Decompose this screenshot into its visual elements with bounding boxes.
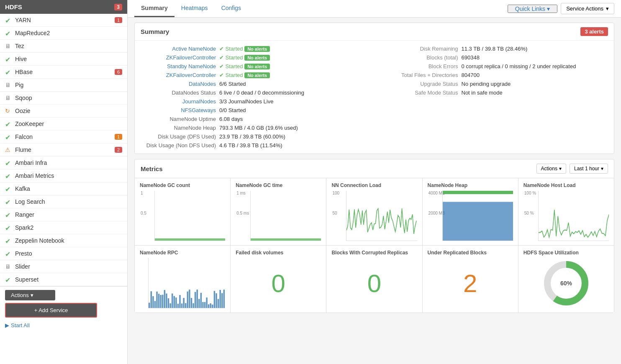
sidebar-item-falcon[interactable]: ✔Falcon1 (0, 131, 127, 144)
quick-links-label: Quick Links (515, 5, 545, 12)
green-check-icon: ✔ (5, 237, 12, 244)
summary-row-label[interactable]: Active NameNode (141, 46, 216, 52)
svg-rect-36 (210, 303, 211, 308)
service-name: Kafka (15, 185, 122, 192)
sidebar-items-list: ✔YARN1✔MapReduce2🖥Tez✔Hive✔HBase6🖥Pig🖥Sq… (0, 14, 127, 286)
sidebar-item-ambari-infra[interactable]: ✔Ambari Infra (0, 156, 127, 169)
metric-title: HDFS Space Utilization (523, 250, 609, 256)
summary-row: Active NameNode✔ Started No alerts (141, 46, 375, 52)
summary-right-row: Upgrade StatusNo pending upgrade (375, 81, 608, 87)
sidebar-item-sqoop[interactable]: 🖥Sqoop (0, 92, 127, 105)
summary-row: DataNodes6/6 Started (141, 81, 375, 87)
sidebar-item-ambari-metrics[interactable]: ✔Ambari Metrics (0, 169, 127, 182)
tab-configs[interactable]: Configs (215, 0, 248, 17)
sidebar-item-log-search[interactable]: ✔Log Search (0, 195, 127, 208)
metric-title: NameNode Host Load (523, 182, 609, 188)
add-service-button[interactable]: + Add Service (5, 303, 97, 318)
sidebar-item-spark2[interactable]: ✔Spark2 (0, 221, 127, 234)
metrics-row-2: NameNode RPCFailed disk volumes0Blocks W… (135, 245, 614, 313)
sidebar-item-zookeeper[interactable]: ✔ZooKeeper (0, 118, 127, 131)
green-check-icon: ✔ (5, 120, 12, 127)
svg-rect-30 (198, 299, 200, 308)
metric-big-number-value: 2 (428, 258, 513, 308)
service-actions-button[interactable]: Service Actions ▾ (561, 3, 614, 14)
summary-row-label[interactable]: ZKFailoverController (141, 54, 216, 61)
sidebar-item-oozie[interactable]: ↻Oozie (0, 105, 127, 118)
svg-rect-42 (221, 293, 223, 308)
summary-row: NameNode Heap793.3 MB / 4.0 GB (19.6% us… (141, 125, 375, 131)
summary-right-label: Disk Remaining (375, 46, 458, 52)
sidebar-item-tez[interactable]: 🖥Tez (0, 40, 127, 53)
sidebar-item-pig[interactable]: 🖥Pig (0, 79, 127, 92)
svg-rect-38 (214, 291, 215, 308)
summary-right-row: Safe Mode StatusNot in safe mode (375, 90, 608, 96)
svg-rect-17 (174, 296, 175, 308)
sidebar-item-flume[interactable]: ⚠Flume2 (0, 144, 127, 156)
metric-title: NN Connection Load (331, 182, 417, 188)
no-alerts-badge: No alerts (244, 72, 270, 78)
summary-right-label: Upgrade Status (375, 81, 458, 87)
metric-title: Under Replicated Blocks (428, 250, 513, 256)
summary-row-label[interactable]: NFSGateways (141, 107, 216, 113)
metrics-panel-title: Metrics (141, 165, 163, 172)
sidebar-item-hive[interactable]: ✔Hive (0, 53, 127, 66)
sidebar-item-yarn[interactable]: ✔YARN1 (0, 14, 127, 27)
quick-links-button[interactable]: Quick Links ▾ (508, 5, 557, 13)
summary-right-label: Blocks (total) (375, 54, 458, 61)
svg-rect-33 (204, 302, 205, 308)
start-all-button[interactable]: ▶ Start All (5, 320, 122, 331)
sidebar-actions-button[interactable]: Actions ▾ (5, 290, 55, 300)
sidebar-item-hbase[interactable]: ✔HBase6 (0, 66, 127, 79)
metrics-row-1: NameNode GC count10.5 NameNode GC time1 … (135, 178, 614, 245)
sidebar-item-kafka[interactable]: ✔Kafka (0, 182, 127, 195)
green-check-icon: ✔ (5, 17, 12, 23)
warning-icon: ⚠ (5, 146, 12, 153)
sidebar-item-presto[interactable]: ✔Presto (0, 247, 127, 260)
sidebar-item-slider[interactable]: 🖥Slider (0, 260, 127, 273)
summary-row-label: DataNodes Status (141, 90, 216, 96)
svg-rect-31 (200, 293, 202, 308)
svg-rect-14 (168, 298, 169, 308)
tab-summary[interactable]: Summary (134, 0, 174, 17)
svg-text:60%: 60% (560, 280, 572, 287)
summary-row-label[interactable]: DataNodes (141, 81, 216, 87)
sidebar-item-superset[interactable]: ✔Superset (0, 273, 127, 286)
summary-row-label[interactable]: JournalNodes (141, 98, 216, 105)
svg-rect-18 (175, 297, 177, 308)
metric-title: NameNode Heap (428, 182, 513, 188)
sidebar-item-zeppelin-notebook[interactable]: ✔Zeppelin Notebook (0, 234, 127, 247)
summary-row-value: ✔ Started No alerts (219, 54, 270, 61)
sidebar-service-name[interactable]: HDFS (5, 3, 22, 10)
summary-row-label[interactable]: ZKFailoverController (141, 72, 216, 78)
metric-card-hdfs-space-utilization: HDFS Space Utilization 60% (518, 246, 614, 313)
green-check-icon: ✔ (5, 56, 12, 62)
no-alerts-badge: No alerts (244, 46, 270, 52)
svg-rect-15 (169, 303, 171, 308)
metric-card-blocks-with-corrupted-replicas: Blocks With Corrupted Replicas0 (326, 246, 422, 313)
metrics-time-button[interactable]: Last 1 hour ▾ (570, 164, 608, 174)
green-check-icon: ✔ (5, 250, 12, 257)
summary-right-col: Disk Remaining11.3 TB / 39.8 TB (28.46%)… (375, 46, 608, 149)
svg-rect-35 (208, 304, 209, 308)
rpc-chart-wrapper (140, 258, 225, 308)
chart-wrapper: 10.5 (140, 191, 225, 241)
svg-rect-6 (152, 296, 154, 308)
service-name: Oozie (15, 108, 122, 114)
svg-rect-26 (191, 298, 192, 308)
chart-area (346, 191, 417, 241)
svg-rect-4 (149, 302, 150, 308)
svg-rect-10 (160, 295, 161, 308)
summary-row-value: ✔ Started No alerts (219, 63, 270, 69)
sidebar-item-mapreduce2[interactable]: ✔MapReduce2 (0, 27, 127, 40)
metrics-actions-button[interactable]: Actions ▾ (536, 164, 566, 174)
summary-row-label: NameNode Uptime (141, 116, 216, 122)
chart-y-top: 1 (141, 191, 143, 195)
svg-rect-8 (156, 292, 157, 308)
summary-alert-badge[interactable]: 3 alerts (580, 27, 608, 36)
tab-heatmaps[interactable]: Heatmaps (174, 0, 215, 17)
sidebar-item-ranger[interactable]: ✔Ranger (0, 208, 127, 221)
metric-card-namenode-heap: NameNode Heap4000 MB2000 MB (423, 178, 518, 245)
service-badge: 1 (115, 134, 122, 140)
chart-wrapper: 100 %50 % (523, 191, 609, 241)
summary-row-label[interactable]: Standby NameNode (141, 63, 216, 69)
